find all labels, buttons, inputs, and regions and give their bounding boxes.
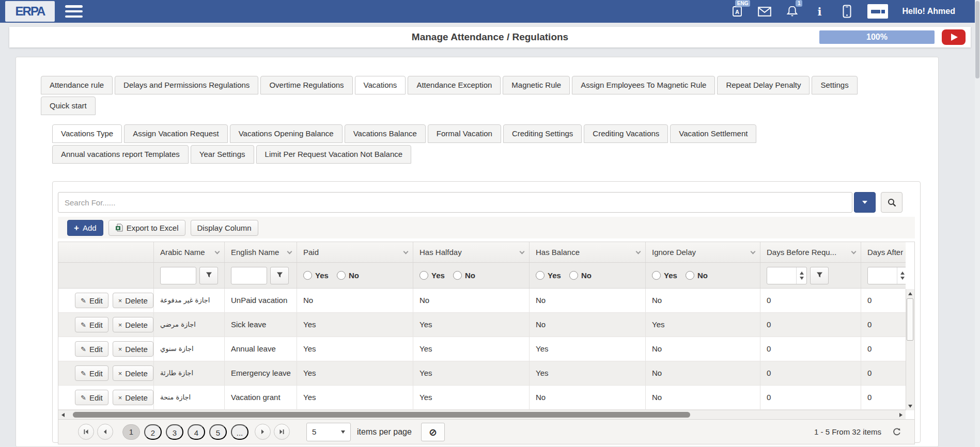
- vertical-scrollbar-thumb[interactable]: [907, 298, 913, 341]
- info-icon[interactable]: i: [813, 5, 826, 18]
- column-header-paid[interactable]: Paid: [297, 242, 413, 262]
- scroll-up-button[interactable]: [906, 289, 914, 298]
- page-size-select[interactable]: 5: [306, 423, 351, 441]
- page-button-2[interactable]: 2: [144, 424, 162, 440]
- subtab-vacation-settlement[interactable]: Vacation Settlement: [670, 124, 756, 143]
- tab-quick-start[interactable]: Quick start: [41, 97, 96, 115]
- mobile-icon[interactable]: [840, 5, 853, 18]
- delete-button[interactable]: ×Delete: [113, 341, 153, 357]
- filter-button-days-before-requ[interactable]: [810, 267, 829, 284]
- browser-scrollbar-thumb[interactable]: [975, 1, 979, 78]
- edit-button[interactable]: ✎Edit: [75, 341, 108, 357]
- language-translate-icon[interactable]: A ENG: [730, 5, 744, 18]
- column-header-has-balance[interactable]: Has Balance: [530, 242, 646, 262]
- tab-magnetic-rule[interactable]: Magnetic Rule: [503, 76, 570, 94]
- edit-button[interactable]: ✎Edit: [75, 390, 108, 405]
- scroll-left-button[interactable]: [58, 410, 68, 420]
- edit-button[interactable]: ✎Edit: [75, 365, 108, 381]
- add-button[interactable]: + Add: [67, 220, 103, 236]
- tab-delays-and-permissions-regulations[interactable]: Delays and Permissions Regulations: [115, 76, 258, 94]
- tab-repeat-delay-penalty[interactable]: Repeat Delay Penalty: [717, 76, 810, 94]
- radio-button-icon[interactable]: [419, 271, 428, 280]
- filter-number-input-days-after-requ[interactable]: [867, 267, 906, 284]
- subtab-vacations-type[interactable]: Vacations Type: [52, 124, 122, 143]
- page-button-4[interactable]: 4: [188, 424, 205, 440]
- spinner-down-icon[interactable]: [800, 277, 804, 280]
- search-input[interactable]: [58, 192, 852, 213]
- notifications-bell-icon[interactable]: 1: [785, 5, 799, 18]
- tab-attendance-rule[interactable]: Attendance rule: [41, 76, 113, 94]
- tab-assign-employees-to-magnetic-rule[interactable]: Assign Employees To Magnetic Rule: [572, 76, 715, 94]
- tab-vacations[interactable]: Vacations: [355, 76, 406, 94]
- vertical-scrollbar[interactable]: [906, 289, 914, 410]
- column-header-english-name[interactable]: English Name: [225, 242, 297, 262]
- scroll-down-button[interactable]: [906, 402, 914, 410]
- subtab-annual-vacations-report-templates[interactable]: Annual vacations report Templates: [52, 145, 189, 164]
- column-header-arabic-name[interactable]: Arabic Name: [154, 242, 225, 262]
- delete-button[interactable]: ×Delete: [113, 390, 153, 405]
- search-button[interactable]: [881, 192, 903, 213]
- video-play-button[interactable]: [942, 29, 966, 45]
- radio-button-icon[interactable]: [303, 271, 312, 280]
- subtab-crediting-vacations[interactable]: Crediting Vacations: [584, 124, 668, 143]
- page-button-[interactable]: ...: [231, 424, 248, 440]
- cell-paid: Yes: [297, 361, 413, 385]
- subtab-year-settings[interactable]: Year Settings: [191, 145, 254, 164]
- excel-icon: [115, 224, 123, 232]
- mail-icon[interactable]: [758, 5, 771, 18]
- browser-scrollbar[interactable]: [975, 0, 980, 447]
- subtab-crediting-settings[interactable]: Crediting Settings: [503, 124, 582, 143]
- scroll-right-button[interactable]: [896, 410, 906, 420]
- column-header-has-halfday[interactable]: Has Halfday: [413, 242, 530, 262]
- radio-button-icon[interactable]: [337, 271, 346, 280]
- column-header-days-after-requ[interactable]: Days After Requ...: [861, 242, 906, 262]
- edit-button[interactable]: ✎Edit: [75, 317, 108, 332]
- display-column-button[interactable]: Display Column: [191, 220, 258, 236]
- subtab-vacations-balance[interactable]: Vacations Balance: [345, 124, 426, 143]
- column-header-days-before-requ[interactable]: Days Before Requ...: [760, 242, 861, 262]
- first-page-button[interactable]: [78, 424, 94, 440]
- spinner-up-icon[interactable]: [800, 272, 804, 275]
- radio-button-icon[interactable]: [453, 271, 462, 280]
- delete-button[interactable]: ×Delete: [113, 365, 153, 381]
- cancel-changes-button[interactable]: ⊘: [421, 423, 445, 441]
- subtab-limit-per-request-vacation-not-balance[interactable]: Limit Per Request Vacation Not Balance: [256, 145, 412, 164]
- spinner-down-icon[interactable]: [900, 277, 905, 280]
- subtab-formal-vacation[interactable]: Formal Vacation: [428, 124, 501, 143]
- tab-attendance-exception[interactable]: Attendance Exception: [408, 76, 501, 94]
- filter-input-english-name[interactable]: [231, 267, 267, 284]
- page-button-3[interactable]: 3: [166, 424, 183, 440]
- radio-button-icon[interactable]: [569, 271, 578, 280]
- erpa-logo[interactable]: ERPA: [5, 1, 55, 22]
- delete-button[interactable]: ×Delete: [113, 317, 153, 332]
- subtab-vacations-opening-balance[interactable]: Vacations Opening Balance: [230, 124, 343, 143]
- radio-button-icon[interactable]: [652, 271, 661, 280]
- cell-days_before: 0: [760, 289, 861, 312]
- radio-button-icon[interactable]: [686, 271, 694, 280]
- column-header-ignore-delay[interactable]: Ignore Delay: [646, 242, 760, 262]
- radio-button-icon[interactable]: [536, 271, 545, 280]
- search-options-dropdown[interactable]: [854, 192, 876, 213]
- horizontal-scrollbar-thumb[interactable]: [73, 412, 690, 418]
- spinner-up-icon[interactable]: [900, 272, 905, 275]
- export-to-excel-button[interactable]: Export to Excel: [108, 220, 185, 236]
- last-page-button[interactable]: [274, 424, 290, 440]
- menu-hamburger-icon[interactable]: [65, 5, 83, 18]
- tab-overtime-regulations[interactable]: Overtime Regulations: [260, 76, 352, 94]
- refresh-icon[interactable]: [893, 428, 901, 436]
- delete-button[interactable]: ×Delete: [113, 293, 153, 308]
- horizontal-scrollbar[interactable]: [58, 410, 906, 419]
- filter-button-english-name[interactable]: [270, 267, 289, 284]
- next-page-button[interactable]: [255, 424, 271, 440]
- previous-page-button[interactable]: [97, 424, 113, 440]
- avatar[interactable]: [867, 4, 888, 19]
- filter-input-arabic-name[interactable]: [160, 267, 196, 284]
- page-button-5[interactable]: 5: [209, 424, 227, 440]
- edit-button[interactable]: ✎Edit: [75, 293, 108, 308]
- filter-button-arabic-name[interactable]: [199, 267, 218, 284]
- filter-number-input-days-before-requ[interactable]: [767, 267, 807, 284]
- filter-radio-option-paid-yes: Yes: [303, 271, 329, 280]
- page-button-1[interactable]: 1: [122, 424, 140, 440]
- tab-settings[interactable]: Settings: [812, 76, 857, 94]
- subtab-assign-vacation-request[interactable]: Assign Vacation Request: [124, 124, 228, 143]
